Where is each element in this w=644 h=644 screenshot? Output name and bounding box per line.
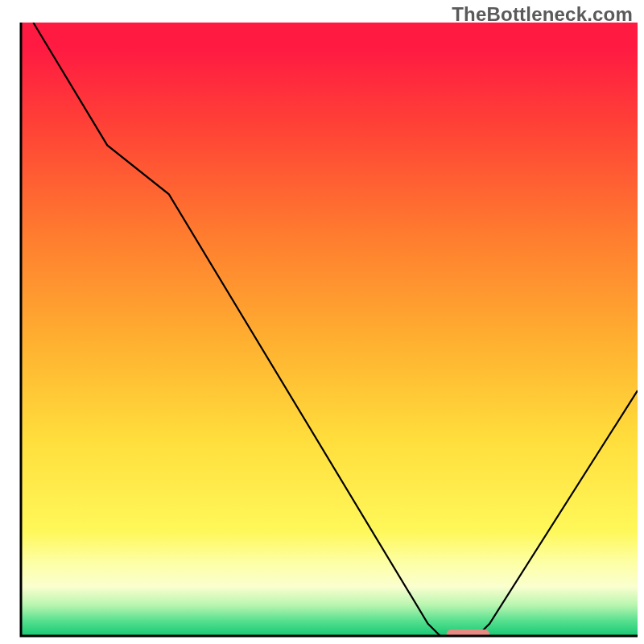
highlight-marker: [447, 630, 490, 639]
chart-container: TheBottleneck.com: [0, 0, 644, 644]
bottleneck-chart: [0, 0, 644, 644]
plot-background: [21, 23, 638, 636]
